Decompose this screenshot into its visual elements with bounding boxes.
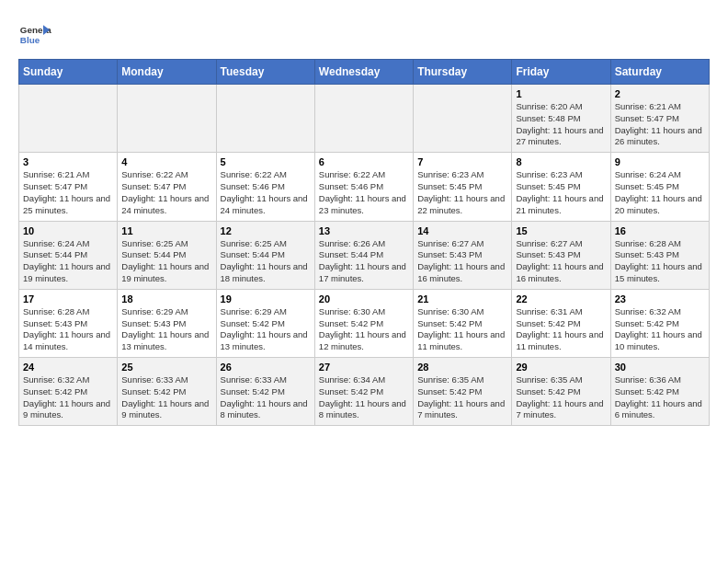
day-number: 24 (23, 362, 113, 373)
day-number: 27 (319, 362, 409, 373)
calendar-day: 29Sunrise: 6:35 AM Sunset: 5:42 PM Dayli… (512, 358, 610, 426)
day-info: Sunrise: 6:22 AM Sunset: 5:47 PM Dayligh… (121, 169, 211, 216)
calendar-day: 27Sunrise: 6:34 AM Sunset: 5:42 PM Dayli… (314, 358, 413, 426)
weekday-header: Thursday (414, 60, 512, 85)
day-info: Sunrise: 6:20 AM Sunset: 5:48 PM Dayligh… (516, 101, 606, 148)
calendar-day: 13Sunrise: 6:26 AM Sunset: 5:44 PM Dayli… (314, 221, 413, 289)
calendar-week: 17Sunrise: 6:28 AM Sunset: 5:43 PM Dayli… (19, 289, 710, 357)
calendar-day: 20Sunrise: 6:30 AM Sunset: 5:42 PM Dayli… (314, 289, 413, 357)
calendar-day: 16Sunrise: 6:28 AM Sunset: 5:43 PM Dayli… (610, 221, 709, 289)
day-number: 7 (417, 156, 507, 167)
day-info: Sunrise: 6:26 AM Sunset: 5:44 PM Dayligh… (319, 238, 409, 285)
calendar-day: 28Sunrise: 6:35 AM Sunset: 5:42 PM Dayli… (414, 358, 512, 426)
day-info: Sunrise: 6:28 AM Sunset: 5:43 PM Dayligh… (23, 306, 113, 353)
day-info: Sunrise: 6:29 AM Sunset: 5:43 PM Dayligh… (121, 306, 211, 353)
day-info: Sunrise: 6:31 AM Sunset: 5:42 PM Dayligh… (516, 306, 606, 353)
day-info: Sunrise: 6:30 AM Sunset: 5:42 PM Dayligh… (417, 306, 507, 353)
logo-icon: General Blue (18, 18, 51, 52)
weekday-header: Wednesday (314, 60, 413, 85)
weekday-row: SundayMondayTuesdayWednesdayThursdayFrid… (19, 60, 710, 85)
calendar-day: 7Sunrise: 6:23 AM Sunset: 5:45 PM Daylig… (414, 153, 512, 221)
svg-text:Blue: Blue (20, 35, 40, 45)
day-info: Sunrise: 6:28 AM Sunset: 5:43 PM Dayligh… (615, 238, 705, 285)
day-number: 29 (516, 362, 606, 373)
day-number: 4 (121, 156, 211, 167)
day-info: Sunrise: 6:29 AM Sunset: 5:42 PM Dayligh… (221, 306, 311, 353)
day-info: Sunrise: 6:34 AM Sunset: 5:42 PM Dayligh… (319, 374, 409, 421)
day-info: Sunrise: 6:27 AM Sunset: 5:43 PM Dayligh… (417, 238, 507, 285)
calendar-day (216, 85, 314, 153)
calendar-day: 9Sunrise: 6:24 AM Sunset: 5:45 PM Daylig… (610, 153, 709, 221)
day-info: Sunrise: 6:25 AM Sunset: 5:44 PM Dayligh… (121, 238, 211, 285)
day-info: Sunrise: 6:32 AM Sunset: 5:42 PM Dayligh… (23, 374, 113, 421)
day-info: Sunrise: 6:35 AM Sunset: 5:42 PM Dayligh… (417, 374, 507, 421)
calendar-day: 19Sunrise: 6:29 AM Sunset: 5:42 PM Dayli… (216, 289, 314, 357)
day-number: 18 (121, 293, 211, 304)
day-number: 23 (615, 293, 705, 304)
day-number: 21 (417, 293, 507, 304)
day-number: 14 (417, 225, 507, 236)
day-info: Sunrise: 6:33 AM Sunset: 5:42 PM Dayligh… (221, 374, 311, 421)
weekday-header: Sunday (19, 60, 118, 85)
day-info: Sunrise: 6:36 AM Sunset: 5:42 PM Dayligh… (615, 374, 705, 421)
day-info: Sunrise: 6:30 AM Sunset: 5:42 PM Dayligh… (319, 306, 409, 353)
calendar-day: 8Sunrise: 6:23 AM Sunset: 5:45 PM Daylig… (512, 153, 610, 221)
day-number: 9 (615, 156, 705, 167)
day-info: Sunrise: 6:25 AM Sunset: 5:44 PM Dayligh… (221, 238, 311, 285)
day-info: Sunrise: 6:27 AM Sunset: 5:43 PM Dayligh… (516, 238, 606, 285)
day-number: 20 (319, 293, 409, 304)
day-info: Sunrise: 6:33 AM Sunset: 5:42 PM Dayligh… (121, 374, 211, 421)
calendar-body: 1Sunrise: 6:20 AM Sunset: 5:48 PM Daylig… (19, 85, 710, 426)
calendar-day: 17Sunrise: 6:28 AM Sunset: 5:43 PM Dayli… (19, 289, 118, 357)
day-number: 10 (23, 225, 113, 236)
calendar-day: 15Sunrise: 6:27 AM Sunset: 5:43 PM Dayli… (512, 221, 610, 289)
day-info: Sunrise: 6:21 AM Sunset: 5:47 PM Dayligh… (615, 101, 705, 148)
calendar-day: 3Sunrise: 6:21 AM Sunset: 5:47 PM Daylig… (19, 153, 118, 221)
day-number: 22 (516, 293, 606, 304)
calendar-day: 11Sunrise: 6:25 AM Sunset: 5:44 PM Dayli… (118, 221, 216, 289)
calendar-day: 26Sunrise: 6:33 AM Sunset: 5:42 PM Dayli… (216, 358, 314, 426)
logo: General Blue (18, 18, 51, 52)
calendar-day: 5Sunrise: 6:22 AM Sunset: 5:46 PM Daylig… (216, 153, 314, 221)
calendar-day: 25Sunrise: 6:33 AM Sunset: 5:42 PM Dayli… (118, 358, 216, 426)
day-number: 6 (319, 156, 409, 167)
calendar-day: 12Sunrise: 6:25 AM Sunset: 5:44 PM Dayli… (216, 221, 314, 289)
day-number: 5 (221, 156, 311, 167)
day-info: Sunrise: 6:23 AM Sunset: 5:45 PM Dayligh… (417, 169, 507, 216)
day-number: 8 (516, 156, 606, 167)
calendar-day: 4Sunrise: 6:22 AM Sunset: 5:47 PM Daylig… (118, 153, 216, 221)
calendar-day (314, 85, 413, 153)
calendar-week: 24Sunrise: 6:32 AM Sunset: 5:42 PM Dayli… (19, 358, 710, 426)
calendar-header: SundayMondayTuesdayWednesdayThursdayFrid… (19, 60, 710, 85)
weekday-header: Saturday (610, 60, 709, 85)
day-info: Sunrise: 6:21 AM Sunset: 5:47 PM Dayligh… (23, 169, 113, 216)
day-number: 26 (221, 362, 311, 373)
calendar-week: 1Sunrise: 6:20 AM Sunset: 5:48 PM Daylig… (19, 85, 710, 153)
day-info: Sunrise: 6:23 AM Sunset: 5:45 PM Dayligh… (516, 169, 606, 216)
day-number: 28 (417, 362, 507, 373)
calendar-day (19, 85, 118, 153)
calendar-day (414, 85, 512, 153)
day-number: 15 (516, 225, 606, 236)
calendar-day (118, 85, 216, 153)
calendar-day: 1Sunrise: 6:20 AM Sunset: 5:48 PM Daylig… (512, 85, 610, 153)
calendar-week: 10Sunrise: 6:24 AM Sunset: 5:44 PM Dayli… (19, 221, 710, 289)
day-info: Sunrise: 6:24 AM Sunset: 5:45 PM Dayligh… (615, 169, 705, 216)
calendar-day: 6Sunrise: 6:22 AM Sunset: 5:46 PM Daylig… (314, 153, 413, 221)
day-info: Sunrise: 6:24 AM Sunset: 5:44 PM Dayligh… (23, 238, 113, 285)
day-info: Sunrise: 6:22 AM Sunset: 5:46 PM Dayligh… (221, 169, 311, 216)
calendar-day: 24Sunrise: 6:32 AM Sunset: 5:42 PM Dayli… (19, 358, 118, 426)
calendar-day: 14Sunrise: 6:27 AM Sunset: 5:43 PM Dayli… (414, 221, 512, 289)
calendar-day: 18Sunrise: 6:29 AM Sunset: 5:43 PM Dayli… (118, 289, 216, 357)
calendar-day: 22Sunrise: 6:31 AM Sunset: 5:42 PM Dayli… (512, 289, 610, 357)
day-number: 12 (221, 225, 311, 236)
calendar-day: 30Sunrise: 6:36 AM Sunset: 5:42 PM Dayli… (610, 358, 709, 426)
weekday-header: Monday (118, 60, 216, 85)
day-number: 13 (319, 225, 409, 236)
calendar-day: 10Sunrise: 6:24 AM Sunset: 5:44 PM Dayli… (19, 221, 118, 289)
weekday-header: Friday (512, 60, 610, 85)
calendar-week: 3Sunrise: 6:21 AM Sunset: 5:47 PM Daylig… (19, 153, 710, 221)
calendar-day: 2Sunrise: 6:21 AM Sunset: 5:47 PM Daylig… (610, 85, 709, 153)
day-number: 2 (615, 88, 705, 99)
day-number: 17 (23, 293, 113, 304)
